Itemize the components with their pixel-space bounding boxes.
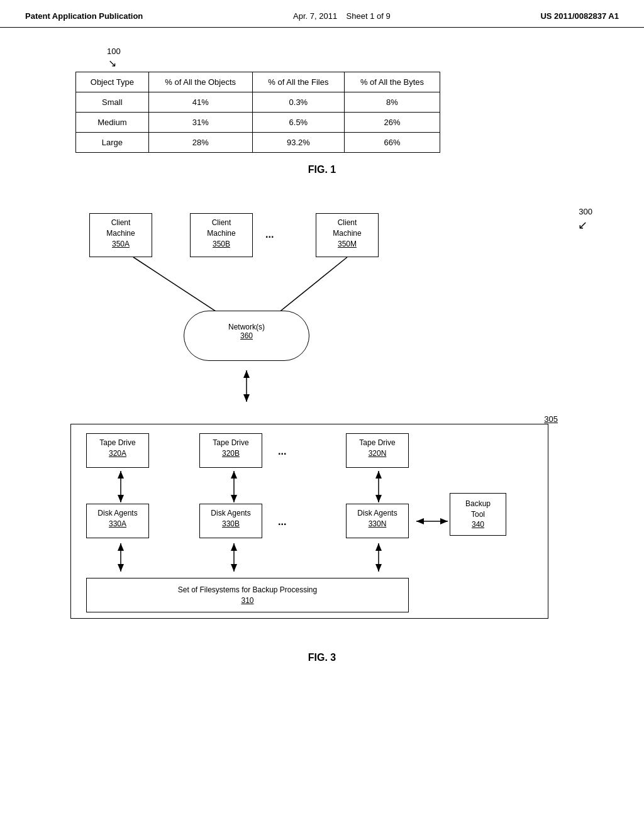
cell-bytes-medium: 26%	[344, 113, 440, 133]
cell-objects-large: 28%	[148, 133, 252, 153]
diagram-number-100: 100	[107, 47, 606, 56]
cell-bytes-small: 8%	[344, 92, 440, 113]
svg-marker-6	[243, 394, 250, 402]
tape-drive-320n: Tape Drive320N	[346, 433, 409, 468]
table-row: Large 28% 93.2% 66%	[76, 133, 440, 153]
header-center: Apr. 7, 2011 Sheet 1 of 9	[293, 11, 391, 21]
cell-bytes-large: 66%	[344, 133, 440, 153]
cell-files-small: 0.3%	[252, 92, 344, 113]
cell-objects-medium: 31%	[148, 113, 252, 133]
page-header: Patent Application Publication Apr. 7, 2…	[0, 0, 644, 28]
cell-objects-small: 41%	[148, 92, 252, 113]
table-row: Small 41% 0.3% 8%	[76, 92, 440, 113]
fig3-section: 300 ↙ ClientMachine350A ClientMachine350…	[38, 201, 606, 663]
arrow-100: ↘	[108, 57, 606, 69]
tape-drive-320b: Tape Drive320B	[199, 433, 262, 468]
fig1-table: Object Type % of All the Objects % of Al…	[75, 72, 440, 153]
cell-object-type-medium: Medium	[76, 113, 149, 133]
fig1-label: FIG. 1	[38, 164, 606, 175]
disk-agents-330b: Disk Agents330B	[199, 504, 262, 538]
network-cloud: Network(s)360	[184, 311, 309, 361]
cell-files-medium: 6.5%	[252, 113, 344, 133]
svg-marker-5	[243, 370, 250, 378]
backup-tool-340: BackupTool340	[450, 493, 506, 536]
cell-object-type-large: Large	[76, 133, 149, 153]
disk-agents-330n: Disk Agents330N	[346, 504, 409, 538]
fig1-section: 100 ↘ Object Type % of All the Objects %…	[38, 47, 606, 175]
disk-agents-330a: Disk Agents330A	[86, 504, 149, 538]
dots-disk-agents: ...	[278, 516, 286, 528]
cell-files-large: 93.2%	[252, 133, 344, 153]
tape-drive-320a: Tape Drive320A	[86, 433, 149, 468]
col-header-objects: % of All the Objects	[148, 72, 252, 92]
main-content: 100 ↘ Object Type % of All the Objects %…	[0, 28, 644, 701]
col-header-object-type: Object Type	[76, 72, 149, 92]
filesystem-310: Set of Filesystems for Backup Processing…	[86, 578, 409, 612]
col-header-files: % of All the Files	[252, 72, 344, 92]
fig3-label: FIG. 3	[38, 652, 606, 663]
header-left: Patent Application Publication	[25, 11, 143, 21]
header-right: US 2011/0082837 A1	[540, 11, 619, 21]
dots-tape-drives: ...	[278, 446, 286, 457]
label-305: 305	[544, 414, 558, 424]
fig3-diagram: 300 ↙ ClientMachine350A ClientMachine350…	[52, 201, 592, 641]
cell-object-type-small: Small	[76, 92, 149, 113]
col-header-bytes: % of All the Bytes	[344, 72, 440, 92]
table-row: Medium 31% 6.5% 26%	[76, 113, 440, 133]
